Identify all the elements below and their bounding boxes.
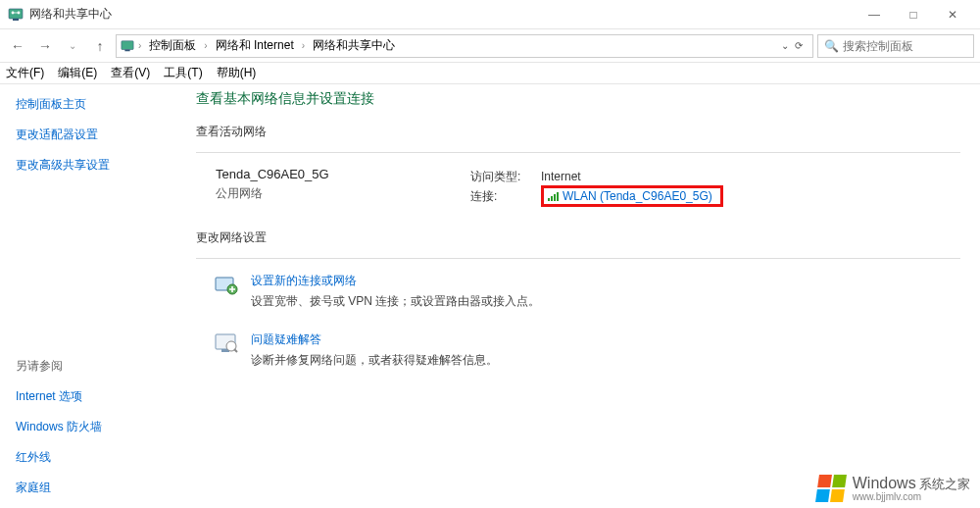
- crumb-network-internet[interactable]: 网络和 Internet: [212, 37, 298, 54]
- menu-view[interactable]: 查看(V): [111, 65, 150, 81]
- watermark-url: www.bjjmlv.com: [853, 491, 970, 502]
- chevron-right-icon: ›: [202, 40, 209, 51]
- access-type-value: Internet: [541, 170, 581, 183]
- sidebar-internet-options[interactable]: Internet 选项: [16, 388, 171, 405]
- wifi-signal-icon: [548, 191, 559, 201]
- see-also-header: 另请参阅: [16, 358, 171, 375]
- troubleshoot-icon: [214, 331, 239, 357]
- menu-tools[interactable]: 工具(T): [164, 65, 202, 81]
- breadcrumb[interactable]: › 控制面板 › 网络和 Internet › 网络和共享中心 ⌄ ⟳: [116, 34, 813, 58]
- network-name: Tenda_C96AE0_5G: [216, 167, 470, 181]
- watermark: Windows 系统之家 www.bjjmlv.com: [817, 475, 970, 502]
- main-content: 查看基本网络信息并设置连接 查看活动网络 Tenda_C96AE0_5G 公用网…: [186, 84, 980, 508]
- svg-rect-5: [124, 49, 129, 51]
- network-type: 公用网络: [216, 185, 470, 202]
- new-connection-icon: [214, 273, 239, 298]
- maximize-button[interactable]: □: [894, 1, 933, 28]
- app-icon: [8, 7, 24, 23]
- breadcrumb-dropdown-icon[interactable]: ⌄: [781, 40, 789, 51]
- divider: [196, 258, 960, 259]
- window-controls: — □ ✕: [855, 1, 972, 28]
- recent-chevron-icon[interactable]: ⌄: [61, 34, 84, 58]
- watermark-brand: Windows: [853, 475, 916, 491]
- search-box[interactable]: 🔍: [817, 34, 974, 58]
- menu-file[interactable]: 文件(F): [6, 65, 44, 81]
- minimize-button[interactable]: —: [855, 1, 894, 28]
- sidebar-infrared[interactable]: 红外线: [16, 449, 171, 466]
- menubar: 文件(F) 编辑(E) 查看(V) 工具(T) 帮助(H): [0, 63, 980, 84]
- sidebar-advanced-sharing[interactable]: 更改高级共享设置: [16, 157, 171, 174]
- divider: [196, 152, 960, 153]
- troubleshoot-link[interactable]: 问题疑难解答: [251, 332, 321, 346]
- connection-link[interactable]: WLAN (Tenda_C96AE0_5G): [563, 189, 712, 203]
- svg-rect-1: [13, 19, 19, 21]
- window-title: 网络和共享中心: [29, 6, 855, 23]
- chevron-right-icon: ›: [300, 40, 307, 51]
- crumb-control-panel[interactable]: 控制面板: [145, 37, 200, 54]
- new-connection-link[interactable]: 设置新的连接或网络: [251, 274, 357, 287]
- sidebar-home[interactable]: 控制面板主页: [16, 96, 171, 113]
- sidebar-homegroup[interactable]: 家庭组: [16, 480, 171, 496]
- back-button[interactable]: ←: [6, 34, 29, 58]
- connection-label: 连接:: [470, 188, 541, 205]
- refresh-icon[interactable]: ⟳: [795, 40, 803, 51]
- new-connection-desc: 设置宽带、拨号或 VPN 连接；或设置路由器或接入点。: [251, 293, 540, 310]
- crumb-network-sharing[interactable]: 网络和共享中心: [309, 37, 399, 54]
- setting-troubleshoot: 问题疑难解答 诊断并修复网络问题，或者获得疑难解答信息。: [196, 331, 960, 369]
- breadcrumb-icon: [121, 39, 134, 53]
- page-heading: 查看基本网络信息并设置连接: [196, 90, 960, 108]
- chevron-right-icon: ›: [136, 40, 143, 51]
- access-type-label: 访问类型:: [470, 169, 541, 185]
- up-button[interactable]: ↑: [88, 34, 112, 58]
- active-network: Tenda_C96AE0_5G 公用网络 访问类型: Internet 连接: …: [196, 167, 960, 206]
- close-button[interactable]: ✕: [933, 1, 972, 28]
- menu-edit[interactable]: 编辑(E): [58, 65, 97, 81]
- svg-rect-0: [9, 9, 23, 19]
- windows-logo-icon: [815, 475, 847, 502]
- setting-new-connection: 设置新的连接或网络 设置宽带、拨号或 VPN 连接；或设置路由器或接入点。: [196, 273, 960, 310]
- search-input[interactable]: [843, 39, 967, 53]
- sidebar-change-adapter[interactable]: 更改适配器设置: [16, 127, 171, 143]
- forward-button[interactable]: →: [33, 34, 57, 58]
- menu-help[interactable]: 帮助(H): [217, 65, 257, 81]
- change-settings-header: 更改网络设置: [196, 229, 960, 246]
- watermark-sub: 系统之家: [919, 477, 970, 491]
- troubleshoot-desc: 诊断并修复网络问题，或者获得疑难解答信息。: [251, 352, 498, 369]
- sidebar-firewall[interactable]: Windows 防火墙: [16, 419, 171, 435]
- search-icon: 🔍: [824, 39, 839, 53]
- body: 控制面板主页 更改适配器设置 更改高级共享设置 另请参阅 Internet 选项…: [0, 84, 980, 508]
- toolbar: ← → ⌄ ↑ › 控制面板 › 网络和 Internet › 网络和共享中心 …: [0, 29, 980, 63]
- titlebar: 网络和共享中心 — □ ✕: [0, 0, 980, 29]
- sidebar: 控制面板主页 更改适配器设置 更改高级共享设置 另请参阅 Internet 选项…: [0, 84, 186, 508]
- connection-highlight: WLAN (Tenda_C96AE0_5G): [541, 185, 723, 207]
- active-networks-header: 查看活动网络: [196, 124, 960, 140]
- svg-rect-4: [122, 40, 133, 49]
